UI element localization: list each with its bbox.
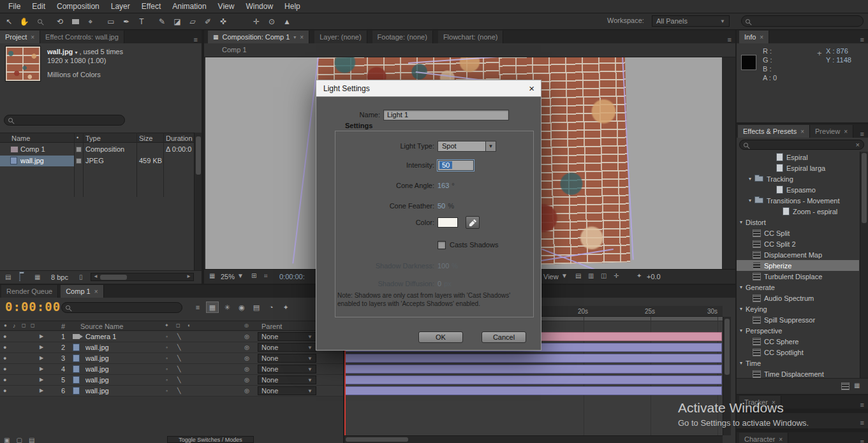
eye-icon[interactable]: ●: [3, 364, 6, 374]
draft-icon[interactable]: ╲: [177, 353, 180, 363]
scroll-thumb[interactable]: [100, 275, 127, 280]
quality-icon[interactable]: ◦: [166, 331, 168, 342]
expand-arrow-icon[interactable]: ▾: [749, 198, 751, 203]
expand-inout-icon[interactable]: ▤: [29, 437, 34, 443]
list-view-icon[interactable]: ▤: [5, 273, 11, 280]
parent-dropdown[interactable]: None ▼: [258, 386, 316, 395]
close-icon[interactable]: ×: [529, 83, 534, 94]
column-duration[interactable]: Duration: [166, 134, 193, 142]
expand-arrow-icon[interactable]: ▾: [740, 219, 742, 225]
video-column-icon[interactable]: ●: [4, 323, 7, 328]
chevron-down-icon[interactable]: ▼: [561, 272, 568, 279]
new-folder-icon[interactable]: [19, 273, 20, 280]
effect-item-selected[interactable]: Spherize: [737, 260, 859, 271]
eye-icon[interactable]: ●: [3, 331, 6, 342]
timeline-search-input[interactable]: [61, 302, 182, 313]
pickwhip-column-icon[interactable]: ◎: [244, 323, 249, 328]
roto-brush-tool-icon[interactable]: ✐: [200, 15, 216, 28]
table-row[interactable]: ● ▶ 4 wall.jpg ◦ ╲ ◎ None ▼: [0, 364, 343, 375]
column-type[interactable]: Type: [85, 134, 101, 142]
eye-icon[interactable]: ●: [3, 353, 6, 363]
pickwhip-icon[interactable]: ◎: [244, 331, 249, 342]
scroll-right-icon[interactable]: ►: [186, 273, 191, 279]
effect-item[interactable]: Audio Spectrum: [737, 293, 859, 303]
effects-scrollbar[interactable]: [860, 152, 868, 378]
view-dropdown[interactable]: View: [543, 273, 559, 280]
tab-footage[interactable]: Footage: (none): [372, 31, 433, 43]
pickwhip-icon[interactable]: ◎: [244, 342, 249, 352]
menu-composition[interactable]: Composition: [51, 2, 105, 11]
menu-layer[interactable]: Layer: [105, 2, 136, 11]
expand-arrow-icon[interactable]: ▶: [40, 342, 43, 352]
eye-icon[interactable]: ●: [3, 386, 6, 396]
effect-item[interactable]: Displacement Map: [737, 249, 859, 260]
close-icon[interactable]: ×: [300, 34, 304, 41]
composition-mini-flowchart-icon[interactable]: ≡: [191, 301, 204, 313]
expand-arrow-icon[interactable]: ▾: [740, 328, 742, 333]
label-column-icon[interactable]: •: [77, 134, 78, 141]
effect-item[interactable]: CC Split 2: [737, 238, 859, 249]
quality-icon[interactable]: ◦: [166, 386, 168, 396]
trash-icon[interactable]: ▯: [79, 273, 83, 280]
category-item[interactable]: ▾Distort: [737, 217, 859, 228]
toggle-switches-modes-button[interactable]: Toggle Switches / Modes: [167, 436, 254, 443]
quality-icon[interactable]: ◦: [166, 353, 168, 363]
camera-tool-icon[interactable]: [68, 15, 83, 28]
pickwhip-icon[interactable]: ◎: [244, 375, 249, 385]
quality-icon[interactable]: ◦: [166, 342, 168, 352]
tab-flowchart[interactable]: Flowchart: (none): [438, 31, 504, 43]
puppet-pin-tool-icon[interactable]: ✜: [216, 15, 231, 28]
panel-menu-icon[interactable]: ≡: [860, 130, 868, 138]
expand-arrow-icon[interactable]: ▾: [740, 306, 742, 312]
eraser-tool-icon[interactable]: ▱: [185, 15, 200, 28]
draft-3d-icon[interactable]: ▦: [206, 301, 219, 313]
mask-icon[interactable]: ⌗: [264, 272, 268, 280]
layer-name[interactable]: wall.jpg: [85, 342, 109, 352]
item-name[interactable]: wall.jpg: [20, 157, 44, 164]
rotate-tool-icon[interactable]: ⟲: [52, 15, 68, 28]
cone-angle-value[interactable]: 163: [438, 182, 449, 189]
label-color-chip[interactable]: [76, 147, 82, 152]
table-row[interactable]: Comp 1 Composition Δ 0:00:0: [0, 144, 194, 155]
hide-shy-icon[interactable]: ✳: [221, 301, 233, 313]
pickwhip-icon[interactable]: ◎: [244, 386, 249, 396]
menu-help[interactable]: Help: [279, 2, 306, 11]
quality-column-icon[interactable]: ✦: [165, 323, 169, 328]
exposure-value[interactable]: +0.0: [647, 273, 661, 280]
exposure-icon[interactable]: ✦: [636, 272, 642, 279]
frame-blending-icon[interactable]: ◉: [235, 301, 248, 313]
draft-icon[interactable]: ╲: [177, 375, 180, 385]
expand-layers-icon[interactable]: ▣: [4, 437, 10, 443]
effect-item[interactable]: Turbulent Displace: [737, 271, 859, 282]
tab-info[interactable]: Info ×: [739, 31, 769, 43]
effects-column-icon[interactable]: ◻: [176, 323, 180, 328]
project-scrollbar[interactable]: [194, 133, 202, 270]
close-icon[interactable]: ×: [760, 34, 763, 41]
menu-file[interactable]: File: [3, 2, 26, 11]
parent-dropdown[interactable]: None ▼: [258, 354, 316, 363]
close-icon[interactable]: ×: [779, 436, 783, 443]
grid-icon[interactable]: ⊞: [251, 272, 256, 279]
viewer-timecode[interactable]: 0:00:00:: [279, 273, 305, 280]
expand-arrow-icon[interactable]: ▶: [40, 331, 43, 342]
expand-arrow-icon[interactable]: ▾: [740, 360, 742, 366]
shape-tool-icon[interactable]: ▭: [103, 15, 119, 28]
cancel-button[interactable]: Cancel: [482, 331, 526, 343]
layer-name[interactable]: wall.jpg: [85, 353, 109, 363]
table-row[interactable]: ● ▶ 6 wall.jpg ◦ ╲ ◎ None ▼: [0, 386, 343, 396]
effect-item[interactable]: Spill Suppressor: [737, 314, 859, 325]
always-preview-icon[interactable]: ▦: [209, 272, 215, 279]
eye-icon[interactable]: ●: [3, 342, 6, 352]
region-of-interest-icon[interactable]: ▥: [588, 272, 594, 279]
new-composition-icon[interactable]: ▦: [34, 273, 40, 280]
bit-depth-label[interactable]: 8 bpc: [51, 273, 68, 281]
tab-preview[interactable]: Preview ×: [810, 125, 853, 138]
effects-search-input[interactable]: ×: [739, 140, 864, 150]
clear-search-icon[interactable]: ×: [856, 141, 860, 149]
layer-bar[interactable]: [344, 354, 722, 363]
draft-icon[interactable]: ╲: [177, 364, 180, 374]
pickwhip-icon[interactable]: ◎: [244, 353, 249, 363]
dialog-titlebar[interactable]: Light Settings ×: [316, 80, 541, 97]
layer-name[interactable]: wall.jpg: [85, 375, 109, 385]
expand-arrow-icon[interactable]: ▾: [740, 284, 742, 290]
